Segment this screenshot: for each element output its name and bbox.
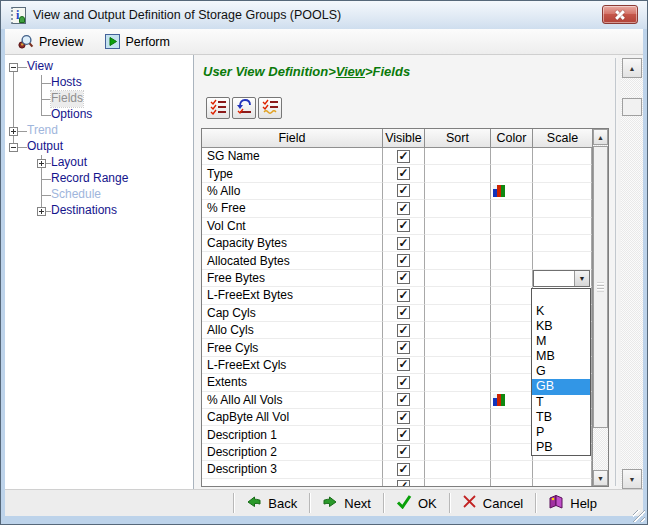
cell-sort[interactable]	[425, 374, 491, 391]
cell-color[interactable]	[491, 305, 533, 322]
cell-color[interactable]	[491, 374, 533, 391]
cell-scale[interactable]	[533, 252, 592, 269]
pane-scrollbar-thumb[interactable]	[622, 98, 642, 116]
cell-vis[interactable]: ✓	[383, 183, 425, 200]
cell-color[interactable]	[491, 444, 533, 461]
cell-sort[interactable]	[425, 218, 491, 235]
cell-vis[interactable]: ✓	[383, 200, 425, 217]
sidebar-item-destinations[interactable]: Destinations	[51, 203, 117, 219]
cell-color[interactable]	[491, 165, 533, 182]
ok-button[interactable]: OK	[384, 491, 449, 515]
cell-vis[interactable]: ✓	[383, 426, 425, 443]
collapse-minus-icon[interactable]	[9, 63, 18, 72]
sidebar-item-layout[interactable]: Layout	[51, 155, 87, 171]
visible-checkbox[interactable]: ✓	[397, 445, 410, 458]
cell-color[interactable]	[491, 392, 533, 409]
cell-color[interactable]	[491, 235, 533, 252]
column-header-color[interactable]: Color	[491, 129, 533, 147]
visible-checkbox[interactable]: ✓	[397, 150, 410, 163]
cell-scale[interactable]	[533, 148, 592, 165]
cell-color[interactable]	[491, 287, 533, 304]
visible-checkbox[interactable]: ✓	[397, 376, 410, 389]
scale-option-blank[interactable]	[532, 289, 590, 304]
visible-checkbox[interactable]: ✓	[397, 184, 410, 197]
perform-button[interactable]: Perform	[101, 32, 173, 51]
cell-sort[interactable]	[425, 270, 491, 287]
cell-color[interactable]	[491, 200, 533, 217]
cell-sort[interactable]	[425, 165, 491, 182]
sidebar-item-record-range[interactable]: Record Range	[51, 171, 128, 187]
cell-vis[interactable]: ✓	[383, 409, 425, 426]
cell-color[interactable]	[491, 322, 533, 339]
cell-vis[interactable]: ✓	[383, 357, 425, 374]
cell-color[interactable]	[491, 252, 533, 269]
table-scrollbar-thumb[interactable]	[593, 146, 608, 428]
cell-color[interactable]	[491, 270, 533, 287]
cell-vis[interactable]: ✓	[383, 165, 425, 182]
cell-sort[interactable]	[425, 235, 491, 252]
scroll-up-icon[interactable]: ▲	[622, 58, 642, 78]
cell-color[interactable]	[491, 479, 533, 487]
combo-dropdown-icon[interactable]: ▼	[574, 271, 589, 286]
sidebar-item-options[interactable]: Options	[51, 107, 92, 123]
cell-vis[interactable]: ✓	[383, 148, 425, 165]
cancel-button[interactable]: Cancel	[450, 491, 535, 515]
back-button[interactable]: Back	[234, 491, 309, 515]
cell-color[interactable]	[491, 461, 533, 478]
cell-vis[interactable]: ✓	[383, 305, 425, 322]
cell-sort[interactable]	[425, 444, 491, 461]
scroll-down-icon[interactable]: ▼	[593, 470, 608, 486]
cell-vis[interactable]: ✓	[383, 461, 425, 478]
scroll-down-icon[interactable]: ▼	[622, 469, 642, 489]
cell-vis[interactable]: ✓	[383, 235, 425, 252]
cell-color[interactable]	[491, 426, 533, 443]
sidebar-item-output[interactable]: Output	[27, 139, 63, 155]
cell-vis[interactable]: ✓	[383, 252, 425, 269]
visible-checkbox[interactable]: ✓	[397, 237, 410, 250]
visible-checkbox[interactable]: ✓	[397, 463, 410, 476]
cell-sort[interactable]	[425, 426, 491, 443]
cell-sort[interactable]	[425, 183, 491, 200]
cell-sort[interactable]	[425, 305, 491, 322]
cell-sort[interactable]	[425, 479, 491, 487]
cell-color[interactable]	[491, 148, 533, 165]
column-header-field[interactable]: Field	[202, 129, 383, 147]
resize-grip-icon[interactable]	[633, 510, 645, 522]
preview-button[interactable]: Preview	[13, 32, 87, 52]
default-fields-button[interactable]	[258, 97, 282, 119]
cell-color[interactable]	[491, 409, 533, 426]
sidebar-item-fields[interactable]: Fields	[51, 91, 83, 107]
pane-vertical-scrollbar[interactable]: ▲ ▼	[621, 58, 643, 489]
visible-checkbox[interactable]: ✓	[397, 341, 410, 354]
cell-sort[interactable]	[425, 392, 491, 409]
table-vertical-scrollbar[interactable]: ▲ ▼	[592, 129, 608, 486]
column-header-sort[interactable]: Sort	[425, 129, 491, 147]
cell-scale[interactable]	[533, 461, 592, 478]
visible-checkbox[interactable]: ✓	[397, 271, 410, 284]
cell-sort[interactable]	[425, 409, 491, 426]
sidebar-item-trend[interactable]: Trend	[27, 123, 58, 139]
sidebar-item-schedule[interactable]: Schedule	[51, 187, 101, 203]
cell-vis[interactable]: ✓	[383, 444, 425, 461]
scale-option-m[interactable]: M	[532, 334, 590, 349]
title-bar[interactable]: i View and Output Definition of Storage …	[1, 1, 647, 29]
help-button[interactable]: Help	[536, 491, 609, 515]
cell-scale[interactable]	[533, 218, 592, 235]
scale-option-pb[interactable]: PB	[532, 440, 590, 455]
cell-sort[interactable]	[425, 252, 491, 269]
cell-sort[interactable]	[425, 357, 491, 374]
cell-sort[interactable]	[425, 322, 491, 339]
cell-scale[interactable]	[533, 165, 592, 182]
cell-color[interactable]	[491, 183, 533, 200]
cell-vis[interactable]: ✓	[383, 270, 425, 287]
cell-scale[interactable]	[533, 183, 592, 200]
visible-checkbox[interactable]: ✓	[397, 411, 410, 424]
cell-vis[interactable]: ✓	[383, 339, 425, 356]
cell-color[interactable]	[491, 339, 533, 356]
scale-option-tb[interactable]: TB	[532, 410, 590, 425]
reset-fields-button[interactable]	[232, 97, 256, 119]
visible-checkbox[interactable]: ✓	[397, 393, 410, 406]
scale-option-t[interactable]: T	[532, 395, 590, 410]
cell-scale[interactable]	[533, 479, 592, 487]
scroll-up-icon[interactable]: ▲	[593, 129, 608, 145]
